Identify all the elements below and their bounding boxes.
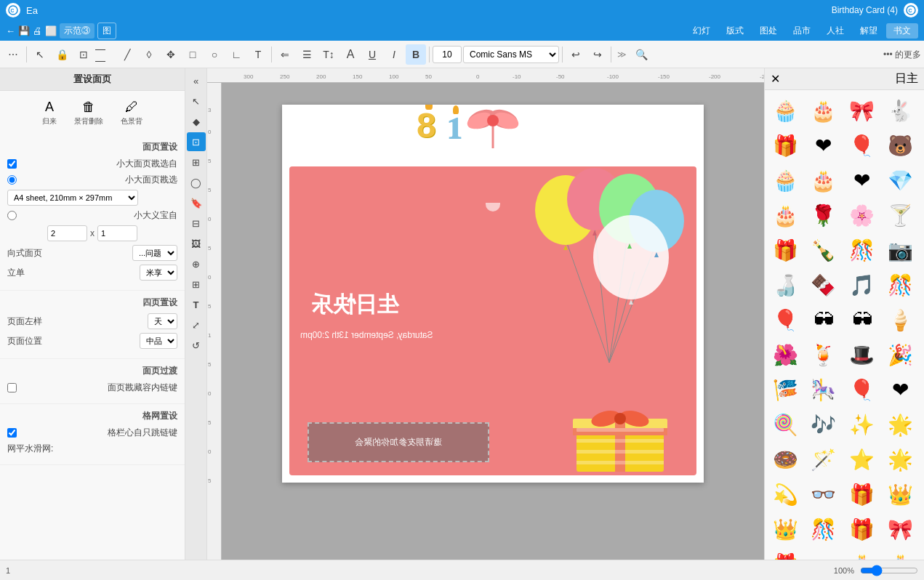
card-textbox[interactable]: 邀请朋友参加你的聚会 [308,422,489,462]
select-tool-btn[interactable]: ↖ [30,44,50,65]
sticker-item[interactable]: 🍸 [884,199,916,231]
sticker-item[interactable]: 🍾 [808,234,840,266]
sticker-item[interactable]: 🎁 [769,129,801,161]
justify-btn[interactable]: ☰ [297,44,317,65]
menubar-item-demo[interactable]: 示范③ [60,23,95,39]
italic-btn[interactable]: I [384,44,404,65]
bg-pos-select[interactable]: 中品 [140,333,177,349]
menubar-icon-back[interactable]: ← [6,25,15,36]
sticker-item[interactable]: 🐇 [884,94,916,126]
sticker-item[interactable]: 🎵 [846,269,878,301]
sticker-item[interactable]: 🎏 [769,374,801,406]
sticker-item[interactable]: 🐻 [884,129,916,161]
font-select[interactable]: Comic Sans MS Arial Times New Roman [463,46,559,63]
redo-btn[interactable]: ↪ [587,44,608,65]
shape-tool[interactable]: ◯ [187,173,206,192]
tab-4[interactable]: 人社 [819,23,851,39]
zoom-slider[interactable] [860,565,918,576]
move-btn[interactable]: ✥ [161,44,181,65]
sticker-item[interactable]: 🎈 [846,374,878,406]
bg-left-select[interactable]: 天 [148,313,177,329]
font-size-input[interactable] [433,46,462,63]
sticker-item[interactable]: 🎊 [846,234,878,266]
sticker-item[interactable]: 🍶 [769,269,801,301]
select-active-tool[interactable]: ⊡ [187,132,206,151]
image-tool[interactable]: 🖼 [187,234,206,253]
text-height-tool[interactable]: T [187,295,206,314]
select-tool[interactable]: ↖ [187,92,206,110]
sticker-item[interactable]: 🧁 [769,164,801,196]
fill-btn[interactable]: ◊ [139,44,159,65]
custom-size-radio[interactable] [7,211,17,220]
table-tool[interactable]: ⊞ [187,275,206,294]
grid-tool[interactable]: ⊞ [187,153,206,172]
sticker-item[interactable]: 🍦 [884,304,916,336]
sticker-item[interactable]: 🌸 [846,199,878,231]
undo-btn[interactable]: ↩ [566,44,586,65]
tab-1[interactable]: 版式 [719,23,751,39]
lock-btn[interactable]: 🔒 [52,44,72,65]
sticker-item[interactable]: 🧁 [769,94,801,126]
bg-color-btn[interactable]: 🖊 色景背 [115,97,148,129]
sticker-item[interactable]: 💫 [769,478,801,510]
tab-5[interactable]: 解望 [853,23,885,39]
tab-0[interactable]: 幻灯 [686,23,718,39]
direction-select[interactable]: ...问题 [132,245,177,261]
shape-btn[interactable]: □ [182,44,203,65]
menubar-icon-print[interactable]: 🖨 [33,25,42,36]
sticker-item[interactable]: 🌟 [884,408,916,440]
sticker-item[interactable]: 🎀 [884,513,916,545]
canvas-scroll[interactable]: 8 𝟏 [222,83,764,560]
sticker-item[interactable]: 🎈 [846,129,878,161]
sticker-item[interactable]: 🪄 [808,443,840,475]
auto-size-check[interactable] [7,159,17,169]
x-input[interactable] [97,225,137,241]
sticker-item[interactable]: 🌟 [884,443,916,475]
sticker-item[interactable]: 🎠 [808,374,840,406]
sticker-item[interactable]: 👑 [884,478,916,510]
baseline-btn[interactable]: T↕ [318,44,339,65]
menubar-item-img[interactable]: 图 [97,23,116,39]
more-tools-btn[interactable]: ··· [3,44,23,65]
sticker-item[interactable]: ❤ [808,129,840,161]
sticker-item[interactable]: 🍹 [808,339,840,371]
fixed-size-radio[interactable] [7,175,17,185]
underline-btn[interactable]: U [362,44,382,65]
shuffle-tool[interactable]: ⤢ [187,315,206,334]
dash-btn[interactable]: — — [95,44,116,65]
sticker-item[interactable]: 🎁 [769,548,801,560]
sticker-item[interactable]: 🌹 [808,199,840,231]
refresh-tool[interactable]: ↺ [187,336,206,355]
tab-6[interactable]: 书文 [886,23,918,39]
sticker-item[interactable]: 🎁 [769,234,801,266]
oval-btn[interactable]: ○ [204,44,225,65]
fill-tool[interactable]: ◆ [187,112,206,131]
delete-bg-btn[interactable]: 🗑 景背删除 [68,97,109,129]
sticker-item[interactable]: ✨ [846,408,878,440]
right-panel-close[interactable]: ✕ [771,72,780,86]
sticker-item[interactable]: 🎩 [846,339,878,371]
sticker-item[interactable]: ❤ [846,164,878,196]
sticker-item[interactable]: ❤ [884,374,916,406]
crop-btn[interactable]: ⊡ [73,44,94,65]
line-btn[interactable]: ╱ [117,44,137,65]
sticker-item[interactable]: 🕶 [846,304,878,336]
sticker-item[interactable]: 🍩 [769,443,801,475]
sticker-item[interactable]: 🎀 [846,94,878,126]
text-btn[interactable]: T [248,44,268,65]
sticker-item[interactable]: 🍭 [769,408,801,440]
reset-btn[interactable]: A 归来 [36,97,63,129]
sticker-item[interactable]: 👑 [769,513,801,545]
font-size-btn[interactable]: A [340,44,361,65]
content-fit-check[interactable] [7,383,17,392]
collapse-btn[interactable]: « [187,71,206,90]
sticker-item[interactable]: ⭐ [846,443,878,475]
sticker-item[interactable]: 👓 [808,548,840,560]
snap-check[interactable] [7,428,17,438]
sticker-item[interactable]: 👓 [808,478,840,510]
align-left-btn[interactable]: ⇐ [275,44,295,65]
sticker-item[interactable]: 🎊 [808,513,840,545]
sticker-item[interactable]: 💎 [884,164,916,196]
more-label[interactable]: ••• 的更多 [883,49,921,60]
search-btn[interactable]: 🔍 [631,44,651,65]
